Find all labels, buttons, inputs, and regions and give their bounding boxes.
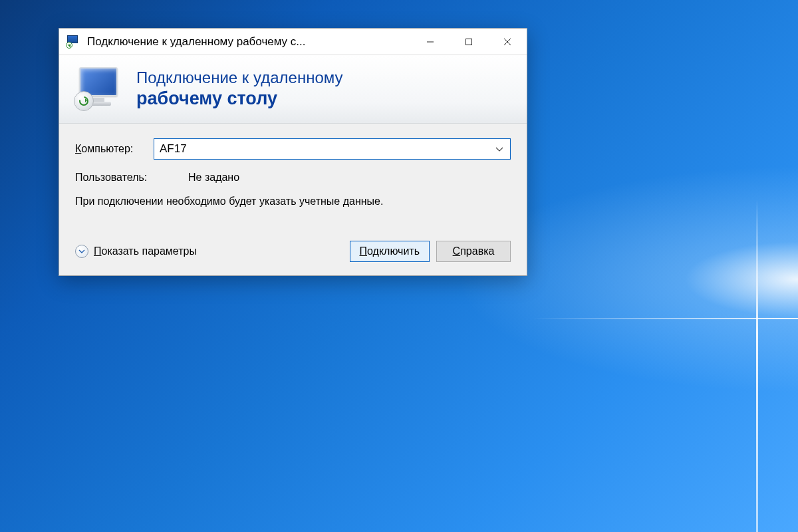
dialog-footer: Показать параметры Подключить Справка	[59, 237, 527, 275]
minimize-button[interactable]	[411, 29, 450, 55]
show-options-toggle[interactable]: Показать параметры	[75, 245, 197, 258]
banner-title-line1: Подключение к удаленному	[136, 68, 343, 87]
background-flare-horizontal	[532, 318, 798, 319]
expand-chevron-icon	[75, 245, 88, 258]
banner-title-line2: рабочему столу	[136, 88, 343, 109]
svg-rect-1	[466, 39, 472, 45]
user-label: Пользователь:	[75, 172, 188, 184]
help-button[interactable]: Справка	[436, 241, 511, 262]
credentials-hint: При подключении необходимо будет указать…	[75, 194, 421, 209]
connect-button[interactable]: Подключить	[350, 241, 430, 262]
dialog-body: Компьютер: Пользователь: Не задано При п…	[59, 124, 527, 237]
computer-combobox[interactable]	[154, 138, 511, 160]
background-flare-vertical	[756, 200, 758, 532]
chevron-down-icon[interactable]	[494, 143, 505, 155]
computer-input[interactable]	[160, 142, 494, 156]
rdp-monitor-icon	[74, 66, 123, 111]
rdp-dialog: Подключение к удаленному рабочему с... П…	[59, 28, 527, 276]
window-title: Подключение к удаленному рабочему с...	[87, 35, 411, 49]
banner: Подключение к удаленному рабочему столу	[59, 55, 527, 124]
svg-point-4	[80, 97, 88, 105]
maximize-button[interactable]	[450, 29, 488, 55]
close-button[interactable]	[488, 29, 527, 55]
user-value: Не задано	[188, 172, 239, 184]
computer-label: Компьютер:	[75, 143, 154, 155]
titlebar[interactable]: Подключение к удаленному рабочему с...	[59, 29, 527, 55]
rdp-app-icon	[66, 35, 80, 49]
